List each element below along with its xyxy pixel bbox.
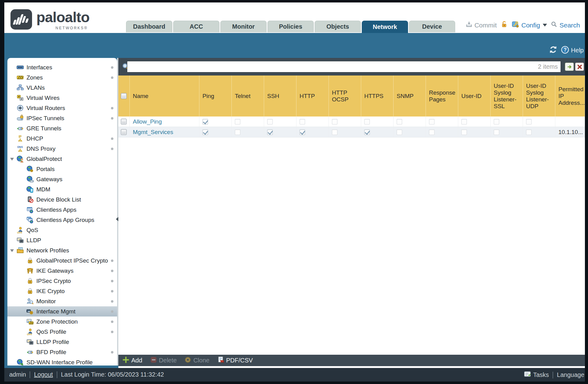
sidebar-item-label: LLDP Profile <box>36 339 109 345</box>
column-header-http[interactable]: HTTP <box>296 76 329 116</box>
commit-label: Commit <box>474 22 496 29</box>
sidebar-item-network-profiles[interactable]: Network Profiles <box>7 245 117 255</box>
sidebar-item-dhcp[interactable]: DHCP <box>7 133 117 144</box>
sidebar-item-lldp-profile[interactable]: LLDP Profile <box>7 337 117 347</box>
sidebar-item-ipsec-tunnels[interactable]: IPSec Tunnels <box>7 113 117 123</box>
sidebar-item-label: QoS Profile <box>36 329 109 335</box>
config-icon <box>512 20 520 30</box>
sidebar-item-ipsec-crypto[interactable]: IPSec Crypto <box>7 276 117 286</box>
user-id-checkbox <box>461 119 467 125</box>
sidebar-item-virtual-wires[interactable]: Virtual Wires <box>7 93 117 103</box>
profile-name-link[interactable]: Allow_Ping <box>133 118 162 125</box>
tab-objects[interactable]: Objects <box>315 21 361 32</box>
tasks-button[interactable]: Tasks <box>524 371 549 379</box>
column-header-telnet[interactable]: Telnet <box>232 76 264 116</box>
sidebar-item-gre-tunnels[interactable]: GRE Tunnels <box>7 123 117 133</box>
sidebar-item-interface-mgmt[interactable]: Interface Mgmt <box>7 306 117 317</box>
sidebar-item-device-block-list[interactable]: Device Block List <box>7 194 117 205</box>
sidebar-item-clientless-app-groups[interactable]: Clientless App Groups <box>7 215 117 225</box>
tab-monitor[interactable]: Monitor <box>220 21 267 32</box>
clone-button[interactable]: Clone <box>185 357 209 365</box>
sidebar-item-label: Monitor <box>36 298 109 305</box>
expand-arrow-icon[interactable] <box>10 249 14 252</box>
sidebar-item-globalprotect-ipsec-crypto[interactable]: GlobalProtect IPSec Crypto <box>7 255 117 266</box>
tab-acc[interactable]: ACC <box>173 21 219 32</box>
tab-dashboard[interactable]: Dashboard <box>126 21 172 32</box>
column-header-http-ocsp[interactable]: HTTP OCSP <box>329 76 361 116</box>
column-header-permitted-ip[interactable]: Permitted IP Address... <box>555 76 585 116</box>
tab-device[interactable]: Device <box>409 21 455 32</box>
help-button[interactable]: ? Help <box>561 46 584 55</box>
sidebar-item-ike-gateways[interactable]: IKE Gateways <box>7 266 117 276</box>
bfd-profile-icon <box>27 349 34 356</box>
logout-link[interactable]: Logout <box>34 371 53 378</box>
tab-policies[interactable]: Policies <box>267 21 314 32</box>
chevron-down-icon <box>543 24 547 27</box>
tab-network[interactable]: Network <box>362 21 408 33</box>
content-panel: 2 items Name Ping Telnet SSH HTTP HTTP O… <box>118 58 585 368</box>
column-header-user-id-syslog-udp[interactable]: User-ID Syslog Listener-UDP <box>523 76 555 116</box>
delete-button[interactable]: Delete <box>150 357 177 365</box>
commit-button[interactable]: Commit <box>466 21 496 29</box>
column-header-ssh[interactable]: SSH <box>264 76 296 116</box>
sidebar-item-mdm[interactable]: MDM <box>7 184 117 194</box>
sidebar-item-qos-profile[interactable]: QoS Profile <box>7 327 117 337</box>
column-header-user-id[interactable]: User-ID <box>458 76 491 116</box>
pdf-csv-button[interactable]: PDF/CSV <box>218 356 253 365</box>
add-button[interactable]: Add <box>123 357 142 365</box>
sidebar-item-virtual-routers[interactable]: Virtual Routers <box>7 103 117 113</box>
clear-filter-button[interactable] <box>575 63 584 71</box>
virtual-wires-icon <box>17 94 24 101</box>
sidebar-item-portals[interactable]: Portals <box>7 164 117 174</box>
user-id-syslog-listener-udp-checkbox <box>526 119 532 125</box>
sidebar-item-gateways[interactable]: Gateways <box>7 174 117 184</box>
delete-icon <box>150 357 157 365</box>
permitted-ip-cell: 10.1.10... <box>555 127 585 137</box>
sidebar-item-sd-wan-interface-profile[interactable]: SD-WAN Interface Profile <box>7 357 117 366</box>
user-id-syslog-listener-ssl-checkbox <box>494 129 499 135</box>
sidebar-item-clientless-apps[interactable]: Clientless Apps <box>7 205 117 215</box>
filter-input[interactable] <box>127 61 561 72</box>
sidebar-item-globalprotect[interactable]: GlobalProtect <box>7 154 117 164</box>
filter-toolbar: 2 items <box>118 58 585 76</box>
brand-sub: NETWORKS® <box>55 26 89 30</box>
select-all-checkbox[interactable] <box>121 93 127 99</box>
language-button[interactable]: Language <box>557 371 584 378</box>
sidebar-item-zone-protection[interactable]: Zone Protection <box>7 317 117 327</box>
column-header-https[interactable]: HTTPS <box>361 76 394 116</box>
config-menu-button[interactable]: Config <box>512 20 547 30</box>
collapse-sidebar-icon[interactable] <box>116 217 118 221</box>
sidebar-item-vlans[interactable]: VLANs <box>7 83 117 93</box>
sidebar-item-bfd-profile[interactable]: BFD Profile <box>7 347 117 357</box>
column-header-snmp[interactable]: SNMP <box>394 76 426 116</box>
sidebar-item-label: Interfaces <box>27 64 109 71</box>
sidebar-item-dns-proxy[interactable]: DNS Proxy <box>7 144 117 154</box>
globalprotect-icon <box>17 155 24 162</box>
sidebar-item-qos[interactable]: QoS <box>7 225 117 235</box>
column-header-user-id-syslog-ssl[interactable]: User-ID Syslog Listener-SSL <box>491 76 523 116</box>
global-search-button[interactable]: Search <box>551 21 580 29</box>
column-header-name[interactable]: Name <box>130 76 199 116</box>
column-header-ping[interactable]: Ping <box>199 76 232 116</box>
sidebar: InterfacesZonesVLANsVirtual WiresVirtual… <box>7 58 117 366</box>
sidebar-item-ike-crypto[interactable]: IKE Crypto <box>7 286 117 296</box>
ipsec-tunnels-icon <box>17 115 24 122</box>
clientless-apps-icon <box>27 206 34 213</box>
row-select-checkbox[interactable] <box>121 119 127 125</box>
sidebar-item-monitor[interactable]: Monitor <box>7 296 117 306</box>
row-select-checkbox[interactable] <box>121 129 127 135</box>
apply-filter-button[interactable] <box>565 63 574 71</box>
column-header-response-pages[interactable]: Response Pages <box>426 76 458 116</box>
sidebar-item-label: IPSec Crypto <box>36 278 109 284</box>
gateways-icon <box>27 176 34 183</box>
sidebar-item-label: Network Profiles <box>27 247 109 254</box>
sidebar-item-interfaces[interactable]: Interfaces <box>7 62 117 72</box>
lock-icon[interactable] <box>500 21 508 30</box>
item-dot <box>111 76 113 79</box>
refresh-icon[interactable] <box>549 45 558 55</box>
virtual-routers-icon <box>17 104 24 112</box>
sidebar-item-lldp[interactable]: LLDP <box>7 235 117 245</box>
expand-arrow-icon[interactable] <box>10 158 14 161</box>
profile-name-link[interactable]: Mgmt_Services <box>133 129 173 136</box>
sidebar-item-zones[interactable]: Zones <box>7 72 117 83</box>
